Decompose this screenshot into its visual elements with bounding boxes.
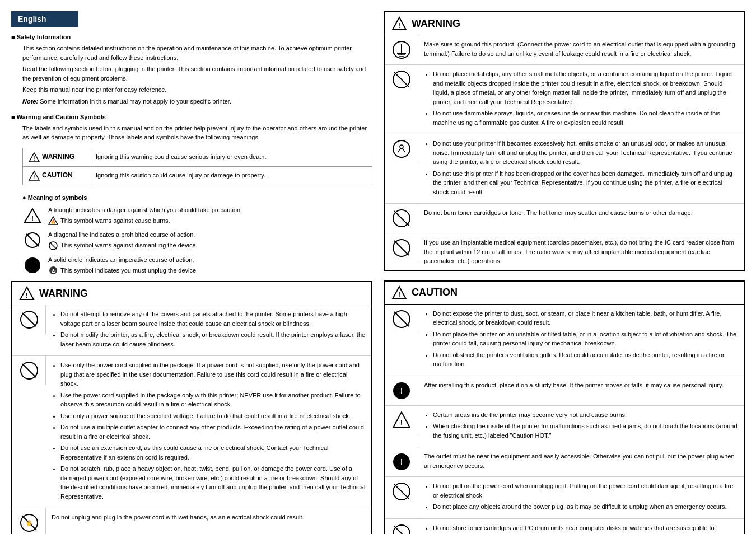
safety-info-para3: Keep this manual near the printer for ea…: [22, 85, 372, 95]
warning-symbol-display: ! WARNING: [29, 152, 84, 163]
svg-line-52: [394, 484, 409, 499]
meaning-section: ● Meaning of symbols ! A triangle indica…: [22, 194, 372, 276]
meaning-text-solid-circle: A solid circle indicates an imperative c…: [48, 255, 198, 276]
right-column: ! WARNING Make sure to ground this produ…: [384, 11, 745, 534]
caution-bullet-6-1: Do not store toner cartridges and PC dru…: [433, 523, 738, 535]
warning-symbol-cell: ! WARNING: [23, 148, 90, 166]
warning-bullet-1-1: Do not attempt to remove any of the cove…: [60, 310, 366, 328]
solid-circle-meaning-icon: [22, 255, 43, 275]
no-wifi-icon: 🖐: [19, 513, 39, 533]
warning-triangle-icon: !: [29, 152, 40, 163]
right-warning-icon-5: [385, 233, 418, 263]
warning-caution-title: Warning and Caution Symbols: [11, 114, 372, 120]
svg-text:🔥: 🔥: [50, 219, 56, 224]
caution-exclaim2-icon: !: [391, 452, 412, 472]
caution-text-4: The outlet must be near the equipment an…: [418, 447, 744, 475]
caution-header-icon: !: [391, 285, 407, 301]
right-warning-box: ! WARNING Make sure to ground this produ…: [384, 11, 745, 271]
right-warning-text-5: If you use an implantable medical equipm…: [418, 233, 744, 270]
no-metal-icon: [391, 69, 412, 90]
svg-line-9: [26, 234, 39, 246]
warning-text-2: Use only the power cord supplied in the …: [46, 356, 371, 508]
right-warning-bullet-3-2: Do not use this printer if it has been d…: [433, 169, 738, 197]
note-text: Some information in this manual may not …: [40, 98, 231, 105]
warning-bullet-2-1: Use only the power cord supplied in the …: [60, 360, 366, 388]
svg-text:!: !: [400, 386, 403, 395]
caution-symbol-cell: ! CAUTION: [23, 166, 90, 185]
section-header: English: [11, 11, 78, 27]
svg-text:!: !: [400, 457, 403, 466]
right-warning-text-3: Do not use your printer if it becomes ex…: [418, 134, 744, 203]
caution-row-1: Do not expose the printer to dust, soot,…: [385, 305, 744, 376]
right-warning-icon-3: [385, 134, 418, 163]
caution-bullet-3-1: Certain areas inside the printer may bec…: [433, 410, 738, 420]
caution-exclaim-icon: !: [391, 381, 412, 401]
svg-text:!: !: [33, 156, 35, 162]
right-warning-bullet-2-1: Do not place metal clips, any other smal…: [433, 69, 738, 106]
safety-info-para2: Read the following section before pluggi…: [22, 64, 372, 83]
meaning-text-triangle: A triangle indicates a danger against wh…: [48, 205, 242, 226]
circle-slash-svg: [24, 231, 41, 249]
caution-box: ! CAUTION Do not expose the printer to d…: [384, 280, 745, 535]
caution-bullet-5-2: Do not place any objects around the powe…: [433, 502, 738, 512]
warning-caution-intro: The labels and symbols used in this manu…: [22, 124, 372, 142]
caution-icon-3: !: [385, 406, 418, 435]
svg-line-18: [22, 313, 36, 326]
right-warning-icon-1: [385, 35, 418, 64]
left-warning-header-icon: !: [19, 285, 35, 301]
caution-header: ! CAUTION: [385, 282, 744, 305]
warning-bullet-2-6: Do not scratch, rub, place a heavy objec…: [60, 464, 366, 501]
warning-bullet-1-2: Do not modify the printer, as a fire, el…: [60, 330, 366, 349]
burns-icon: 🔥: [48, 216, 58, 226]
no-circle-icon-2: [19, 360, 39, 381]
no-circle-icon-1: [19, 310, 39, 330]
svg-text:!: !: [26, 291, 28, 299]
triangle-svg: !: [24, 207, 41, 224]
caution-bullet-5-1: Do not pull on the power cord when unplu…: [433, 481, 738, 500]
right-warning-row-4: Do not burn toner cartridges or toner. T…: [385, 204, 744, 233]
smoke-icon: [391, 139, 412, 159]
caution-bullet-1-3: Do not obstruct the printer's ventilatio…: [433, 350, 738, 369]
warning-icon-1: [12, 305, 46, 334]
triangle-meaning-icon: !: [22, 205, 43, 226]
ground-icon: [391, 40, 412, 60]
caution-row-3: ! Certain areas inside the printer may b…: [385, 406, 744, 448]
right-warning-icon-2: [385, 65, 418, 94]
caution-symbol-display: ! CAUTION: [29, 170, 84, 181]
caution-row-2: ! After installing this product, place i…: [385, 376, 744, 406]
warning-bullet-2-3: Use only a power source of the specified…: [60, 411, 366, 421]
svg-text:!: !: [31, 214, 34, 222]
caution-row-5: Do not pull on the power cord when unplu…: [385, 477, 744, 519]
warning-row-1: Do not attempt to remove any of the cove…: [12, 305, 371, 356]
meaning-item-solid-circle: A solid circle indicates an imperative c…: [22, 255, 372, 276]
solid-circle-svg: [24, 256, 41, 274]
right-warning-bullet-2-2: Do not use flammable sprays, liquids, or…: [433, 109, 738, 127]
svg-point-36: [400, 145, 403, 148]
svg-text:!: !: [33, 174, 35, 180]
safety-info-note: Note: Some information in this manual ma…: [22, 98, 372, 105]
symbols-table: ! WARNING Ignoring this warning could ca…: [22, 148, 372, 185]
warning-row-2: Use only the power cord supplied in the …: [12, 356, 371, 508]
right-warning-row-2: Do not place metal clips, any other smal…: [385, 65, 744, 134]
svg-text:!: !: [400, 419, 402, 427]
warning-row-3: 🖐 Do not unplug and plug in the power co…: [12, 508, 371, 534]
caution-bullet-1-2: Do not place the printer on an unstable …: [433, 330, 738, 348]
warning-icon-2: [12, 356, 46, 385]
caution-text-6: Do not store toner cartridges and PC dru…: [418, 519, 744, 535]
caution-icon-6: [385, 519, 418, 535]
meaning-text-circle-slash: A diagonal line indicates a prohibited c…: [48, 230, 198, 251]
caution-icon-5: [385, 477, 418, 506]
warning-desc: Ignoring this warning could cause seriou…: [90, 148, 372, 166]
safety-info-title: Safety Information: [11, 34, 372, 40]
unplug-icon: ⏻: [48, 265, 58, 275]
warning-bullet-2-4: Do not use a multiple outlet adapter to …: [60, 423, 366, 441]
safety-info-para1: This section contains detailed instructi…: [22, 44, 372, 62]
svg-line-38: [394, 211, 409, 226]
caution-header-label: CAUTION: [412, 287, 458, 298]
left-column: English Safety Information This section …: [11, 11, 372, 534]
svg-line-34: [394, 72, 409, 87]
caution-icon-1: [385, 305, 418, 334]
caution-desc: Ignoring this caution could cause injury…: [90, 166, 372, 185]
right-warning-header-label: WARNING: [412, 18, 460, 30]
meaning-title: ● Meaning of symbols: [22, 194, 372, 201]
